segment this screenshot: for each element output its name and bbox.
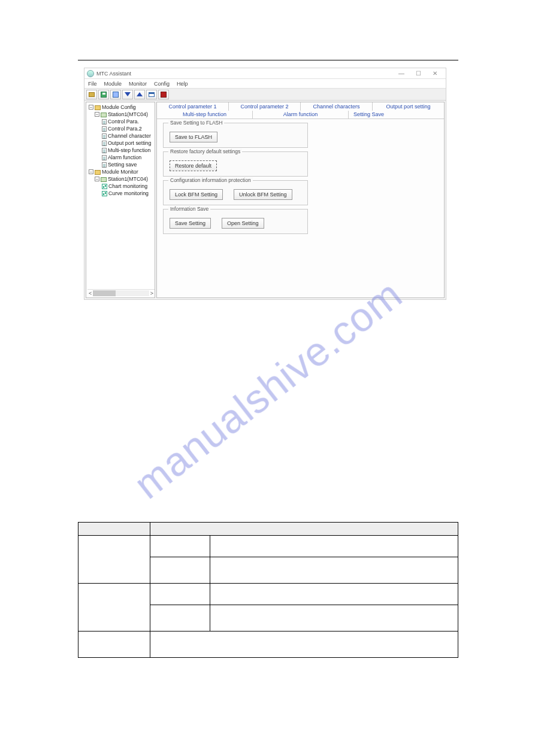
scroll-track[interactable] bbox=[93, 290, 149, 296]
upload-button[interactable] bbox=[134, 90, 145, 99]
menu-monitor[interactable]: Monitor bbox=[129, 81, 147, 87]
properties-button[interactable] bbox=[110, 90, 121, 99]
open-button[interactable] bbox=[86, 90, 97, 99]
collapse-icon[interactable]: − bbox=[89, 169, 93, 174]
toolbar bbox=[84, 89, 446, 101]
lock-bfm-button[interactable]: Lock BFM Setting bbox=[170, 189, 223, 200]
tree-item-module-config[interactable]: −Module Config bbox=[87, 104, 155, 111]
tree-item-station-monitor[interactable]: −Station1(MTC04) bbox=[87, 175, 155, 183]
tab-output-port-setting[interactable]: Output port setting bbox=[372, 102, 444, 111]
maximize-button[interactable]: ☐ bbox=[410, 70, 427, 77]
folder-icon bbox=[95, 170, 101, 175]
close-button[interactable]: ✕ bbox=[427, 70, 443, 77]
tree-label: Curve monitoring bbox=[108, 190, 149, 196]
group-save-flash: Save Setting to FLASH Save to FLASH bbox=[163, 123, 308, 148]
save-to-flash-button[interactable]: Save to FLASH bbox=[170, 132, 217, 142]
app-window: MTC Assistant — ☐ ✕ File Module Monitor … bbox=[84, 68, 446, 300]
minimize-button[interactable]: — bbox=[393, 70, 410, 77]
table-cell bbox=[150, 557, 210, 584]
tree-item-channel-character[interactable]: Channel character bbox=[87, 132, 155, 139]
table-cell bbox=[210, 605, 458, 631]
main-panel: Control parameter 1 Control parameter 2 … bbox=[156, 102, 445, 298]
collapse-icon[interactable]: − bbox=[95, 177, 99, 181]
table-header bbox=[150, 523, 458, 536]
tree-item-chart-monitoring[interactable]: Chart monitoring bbox=[87, 183, 155, 190]
collapse-icon[interactable]: − bbox=[89, 105, 93, 110]
tree-item-control-para2[interactable]: Control Para.2 bbox=[87, 125, 155, 132]
scroll-left-icon[interactable]: < bbox=[89, 290, 92, 296]
chart-icon bbox=[102, 191, 107, 196]
tree-item-setting-save[interactable]: Setting save bbox=[87, 161, 155, 168]
tree-label: Output port setting bbox=[108, 140, 151, 146]
menu-module[interactable]: Module bbox=[104, 81, 122, 87]
window-button[interactable] bbox=[146, 90, 157, 99]
tree-item-station-config[interactable]: −Station1(MTC04) bbox=[87, 111, 155, 118]
table-row bbox=[78, 536, 458, 557]
tree-view: −Module Config −Station1(MTC04) Control … bbox=[87, 104, 155, 289]
save-setting-button[interactable]: Save Setting bbox=[170, 218, 211, 229]
collapse-icon[interactable]: − bbox=[95, 112, 99, 117]
save-button[interactable] bbox=[98, 90, 109, 99]
tree-label: Module Config bbox=[102, 104, 136, 110]
window-title: MTC Assistant bbox=[96, 71, 131, 77]
scroll-right-icon[interactable]: > bbox=[150, 290, 153, 296]
table-header-row bbox=[78, 523, 458, 536]
table-header bbox=[78, 523, 150, 536]
chart-icon bbox=[102, 184, 107, 189]
menu-file[interactable]: File bbox=[88, 81, 97, 87]
page-icon bbox=[102, 162, 107, 168]
tree-item-module-monitor[interactable]: −Module Monitor bbox=[87, 168, 155, 175]
watermark: manualshive.com bbox=[125, 271, 410, 508]
station-icon bbox=[101, 113, 107, 117]
titlebar: MTC Assistant — ☐ ✕ bbox=[84, 68, 446, 79]
unlock-bfm-button[interactable]: Unlock BFM Setting bbox=[234, 189, 292, 200]
page-rule bbox=[78, 60, 458, 60]
menubar: File Module Monitor Config Help bbox=[84, 79, 446, 89]
page-icon bbox=[102, 119, 107, 125]
horizontal-scrollbar[interactable]: < > bbox=[87, 289, 155, 296]
tab-setting-save[interactable]: Setting Save bbox=[349, 111, 444, 119]
group-legend: Configuration information protection bbox=[168, 177, 253, 183]
tree-item-control-para[interactable]: Control Para. bbox=[87, 118, 155, 125]
download-button[interactable] bbox=[122, 90, 133, 99]
tree-label: Chart monitoring bbox=[108, 183, 147, 189]
tree-item-alarm[interactable]: Alarm function bbox=[87, 154, 155, 161]
folder-icon bbox=[95, 105, 101, 110]
tab-alarm-function[interactable]: Alarm function bbox=[253, 111, 349, 119]
table-cell bbox=[150, 605, 210, 631]
tree-label: Station1(MTC04) bbox=[108, 176, 148, 182]
page-icon bbox=[102, 133, 107, 139]
doc-table bbox=[78, 522, 458, 658]
window-icon bbox=[149, 92, 155, 97]
group-restore-default: Restore factory default settings Restore… bbox=[163, 151, 308, 177]
tree-item-output-port[interactable]: Output port setting bbox=[87, 139, 155, 147]
table-cell bbox=[150, 631, 458, 658]
tree-item-curve-monitoring[interactable]: Curve monitoring bbox=[87, 190, 155, 197]
tabs-row-1: Control parameter 1 Control parameter 2 … bbox=[157, 102, 444, 111]
tree-label: Station1(MTC04) bbox=[108, 111, 148, 117]
stop-button[interactable] bbox=[158, 90, 169, 99]
table-cell bbox=[210, 557, 458, 584]
tree-item-multistep[interactable]: Multi-step function bbox=[87, 147, 155, 154]
tab-multistep-function[interactable]: Multi-step function bbox=[157, 111, 253, 119]
table-cell bbox=[78, 631, 150, 658]
sidebar: −Module Config −Station1(MTC04) Control … bbox=[86, 102, 155, 298]
table-cell bbox=[210, 536, 458, 557]
page-icon bbox=[102, 126, 107, 132]
restore-default-button[interactable]: Restore default bbox=[170, 160, 217, 171]
tab-control-parameter-2[interactable]: Control parameter 2 bbox=[228, 102, 300, 111]
table-cell bbox=[150, 584, 210, 605]
stop-icon bbox=[161, 92, 167, 98]
scroll-thumb[interactable] bbox=[93, 290, 115, 296]
open-setting-button[interactable]: Open Setting bbox=[222, 218, 264, 229]
tab-content: Save Setting to FLASH Save to FLASH Rest… bbox=[157, 119, 444, 241]
tab-channel-characters[interactable]: Channel characters bbox=[300, 102, 372, 111]
menu-config[interactable]: Config bbox=[154, 81, 170, 87]
app-icon bbox=[87, 70, 94, 77]
menu-help[interactable]: Help bbox=[177, 81, 188, 87]
tab-control-parameter-1[interactable]: Control parameter 1 bbox=[157, 102, 228, 111]
upload-icon bbox=[137, 92, 143, 96]
table-row bbox=[78, 631, 458, 658]
station-icon bbox=[101, 177, 107, 182]
group-legend: Information Save bbox=[168, 206, 210, 212]
